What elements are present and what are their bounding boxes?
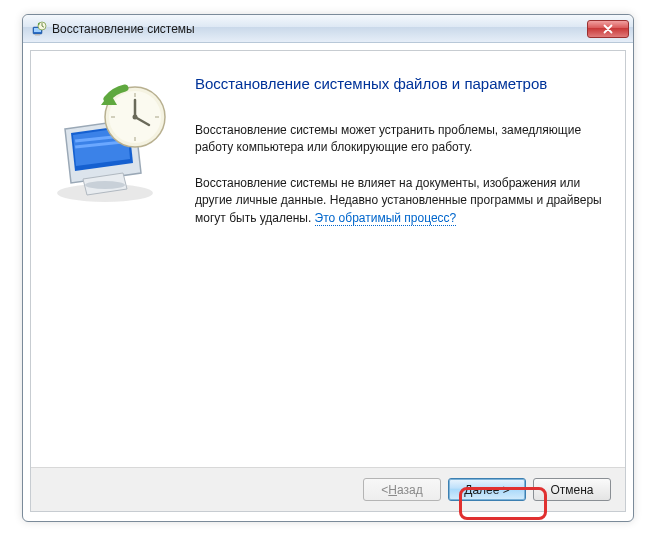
wizard-heading: Восстановление системных файлов и параме…: [195, 75, 603, 92]
svg-rect-2: [35, 34, 40, 36]
description-paragraph-2: Восстановление системы не влияет на доку…: [195, 175, 603, 227]
close-icon: [603, 24, 613, 34]
wizard-panel: Восстановление системных файлов и параме…: [30, 50, 626, 512]
text-column: Восстановление системных файлов и параме…: [195, 71, 603, 457]
titlebar[interactable]: Восстановление системы: [23, 15, 633, 43]
reversible-process-link[interactable]: Это обратимый процесс?: [315, 211, 457, 226]
cancel-button[interactable]: Отмена: [533, 478, 611, 501]
next-button[interactable]: Далее >: [448, 478, 526, 501]
close-button[interactable]: [587, 20, 629, 38]
illustration-column: [47, 71, 195, 457]
system-restore-illustration-icon: [47, 81, 177, 211]
svg-point-7: [85, 181, 125, 189]
dialog-window: Восстановление системы: [22, 14, 634, 522]
back-button: < Назад: [363, 478, 441, 501]
system-restore-icon: [31, 21, 47, 37]
window-title: Восстановление системы: [52, 22, 587, 36]
description-paragraph-1: Восстановление системы может устранить п…: [195, 122, 603, 157]
button-bar: < Назад Далее > Отмена: [31, 467, 625, 511]
content-area: Восстановление системных файлов и параме…: [31, 51, 625, 467]
